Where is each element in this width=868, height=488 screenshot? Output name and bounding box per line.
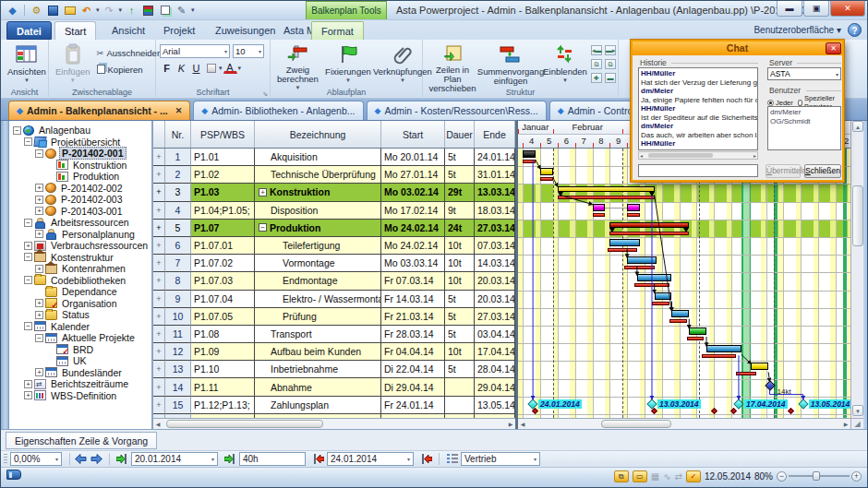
cell-dauer[interactable]: 5t: [445, 291, 475, 308]
cell-start[interactable]: Mo 24.02.14: [381, 220, 445, 237]
cell-name[interactable]: Endmontage: [255, 272, 381, 290]
summenvorgang-button[interactable]: Summenvorgang einfügen: [482, 42, 539, 88]
start-date-combo[interactable]: 20.01.2014▾: [131, 452, 218, 466]
cell-name[interactable]: Abnahme: [255, 378, 381, 396]
column-header[interactable]: Nr.: [165, 121, 191, 148]
scroll-right-icon[interactable]: ▶: [506, 420, 515, 429]
tree-item-aktuelle-projekte[interactable]: −Aktuelle Projekte: [9, 332, 151, 344]
cell-wbs[interactable]: P1.07.01: [191, 237, 255, 255]
tree-expander-icon[interactable]: −: [24, 219, 32, 227]
table-row[interactable]: +6P1.07.01TeilefertigungMo 24.02.1410t07…: [153, 237, 515, 255]
tree-expander-icon[interactable]: +: [35, 184, 43, 192]
cell-dauer[interactable]: 24t: [445, 220, 475, 237]
gantt-bar[interactable]: [593, 204, 605, 211]
cell-dauer[interactable]: 5t: [445, 326, 475, 343]
tree-item-anlagenbau[interactable]: −Anlagenbau: [9, 125, 151, 137]
cell-ende[interactable]: 17.04.14: [475, 343, 515, 361]
end-date-combo[interactable]: 24.01.2014▾: [327, 452, 414, 466]
cell-dauer[interactable]: 10t: [445, 343, 475, 361]
tree-item-verbrauchsressourcen[interactable]: +Verbrauchsressourcen: [9, 240, 151, 252]
chat-close-icon[interactable]: ✕: [826, 42, 841, 54]
cell-dauer[interactable]: 5t: [445, 308, 475, 326]
table-row[interactable]: +10P1.07.05PrüfungFr 21.03.145t27.03.14: [153, 308, 515, 326]
chat-title-bar[interactable]: Chat: [633, 42, 842, 55]
cell-name[interactable]: Vormontage: [255, 255, 381, 272]
tree-expander-icon[interactable]: +: [24, 242, 32, 250]
scroll-left-icon[interactable]: ◀: [153, 420, 163, 429]
tree-expander-icon[interactable]: +: [35, 299, 43, 307]
table-row[interactable]: +14P1.11AbnahmeDi 29.04.1429.04.14: [153, 378, 515, 396]
cell-wbs[interactable]: P1.12;P1.13;: [191, 397, 255, 414]
settings-icon[interactable]: ⚙: [30, 4, 43, 18]
tree-item-organisation[interactable]: +Organisation: [9, 298, 151, 310]
font-size-combo[interactable]: 10▾: [233, 44, 264, 58]
einfuegen-button[interactable]: Einfügen▼: [53, 42, 93, 88]
tree-item-p-201402-001[interactable]: −P-201402-001: [9, 148, 151, 160]
cell-start[interactable]: Fr 28.03.14: [381, 326, 445, 343]
chat-message-input[interactable]: [638, 164, 758, 177]
cell-wbs[interactable]: P1.04;P1.05;: [191, 202, 255, 220]
duration-field[interactable]: 40h: [239, 452, 306, 466]
table-row[interactable]: +9P1.07.04Elektro- / WassermontageFr 14.…: [153, 291, 515, 308]
link-rows-icon[interactable]: ⧉: [591, 59, 602, 69]
table-row[interactable]: +2P1.02Technische ÜberprüfungMo 27.01.14…: [153, 166, 515, 184]
zoom-track[interactable]: [789, 475, 850, 477]
scroll-down-icon[interactable]: ▼: [852, 405, 863, 416]
scroll-right-icon[interactable]: ▶: [841, 420, 850, 429]
gantt-bar[interactable]: [609, 222, 689, 228]
prev-task-icon[interactable]: [74, 453, 88, 466]
open-icon[interactable]: [63, 4, 77, 18]
cell-name[interactable]: Technische Überprüfung: [255, 166, 381, 184]
cell-wbs[interactable]: P1.10: [191, 361, 255, 378]
properties-tab[interactable]: Eigenschaften Zeile & Vorgang: [6, 432, 157, 449]
tab-ansicht[interactable]: Ansicht: [102, 21, 154, 40]
summary-collapse-icon[interactable]: +: [259, 188, 267, 196]
cell-ende[interactable]: 13.03.14: [475, 184, 515, 201]
calendar-status-icon[interactable]: ✓: [686, 470, 701, 482]
zoom-in-icon[interactable]: +: [851, 471, 862, 482]
column-header[interactable]: [153, 121, 165, 148]
zweig-berechnen-button[interactable]: Zweig berechnen▼: [274, 42, 321, 88]
tree-expander-icon[interactable]: +: [35, 207, 43, 215]
next-task-icon[interactable]: [90, 453, 103, 466]
cell-start[interactable]: Mo 20.01.14: [381, 149, 445, 166]
summary-collapse-icon[interactable]: −: [259, 223, 267, 232]
cell-name[interactable]: Teilefertigung: [255, 237, 381, 255]
table-row[interactable]: +13P1.10InbetriebnahmeDi 22.04.145t28.04…: [153, 361, 515, 378]
schriftart-dialog-launcher-icon[interactable]: ⇘: [262, 90, 268, 98]
gantt-vscrollbar[interactable]: ▲ ▼: [850, 121, 863, 418]
cell-start[interactable]: Di 22.04.14: [381, 361, 445, 378]
gantt-bar[interactable]: [671, 310, 689, 317]
cell-ende[interactable]: 20.03.14: [475, 272, 515, 290]
tree-expander-icon[interactable]: +: [24, 380, 32, 388]
cell-ende[interactable]: 20.03.14: [475, 291, 515, 308]
italic-button[interactable]: K: [175, 61, 188, 75]
tree-item-p-201402-003[interactable]: +P-201402-003: [9, 194, 151, 206]
gantt-bar[interactable]: [706, 345, 741, 352]
zoom-out-icon[interactable]: −: [777, 471, 787, 482]
table-row[interactable]: +7P1.07.02VormontageMo 03.03.1410t14.03.…: [153, 255, 515, 272]
tree-item-p-201403-001[interactable]: +P-201403-001: [9, 206, 151, 218]
indent-rows-icon[interactable]: ▬▸: [605, 45, 616, 55]
row-expand-icon[interactable]: +: [153, 291, 165, 308]
start-constraint-icon[interactable]: [116, 453, 128, 465]
scroll-thumb[interactable]: [166, 420, 323, 428]
table-row[interactable]: +8P1.07.03EndmontageFr 07.03.1410t20.03.…: [153, 272, 515, 290]
tree-item-personalplanung[interactable]: +Personalplanung: [9, 229, 151, 241]
table-row[interactable]: +5P1.07−ProduktionMo 24.02.1424t27.03.14: [153, 220, 515, 237]
cell-name[interactable]: Elektro- / Wassermontage: [255, 291, 381, 308]
cell-ende[interactable]: 18.03.14: [475, 202, 515, 220]
column-header[interactable]: Bezeichnung: [255, 121, 381, 148]
chat-user-list[interactable]: dm/MeierOG/Schmidt: [767, 106, 841, 150]
cell-start[interactable]: Di 29.04.14: [381, 378, 445, 396]
maximize-button[interactable]: ▣: [803, 1, 829, 17]
chat-history-hscrollbar[interactable]: ◂▸: [638, 151, 758, 160]
tree-expander-icon[interactable]: −: [35, 334, 43, 342]
save-icon[interactable]: [46, 4, 60, 18]
redo-dropdown-icon[interactable]: ▾: [119, 6, 123, 14]
tree-expander-icon[interactable]: −: [24, 137, 32, 146]
cell-ende[interactable]: 24.01.14: [475, 149, 515, 166]
redo-icon[interactable]: ↷: [102, 4, 116, 18]
cell-ende[interactable]: 29.04.14: [475, 378, 515, 396]
table-row[interactable]: +1P1.01AkquisitionMo 20.01.145t24.01.14: [153, 149, 515, 166]
